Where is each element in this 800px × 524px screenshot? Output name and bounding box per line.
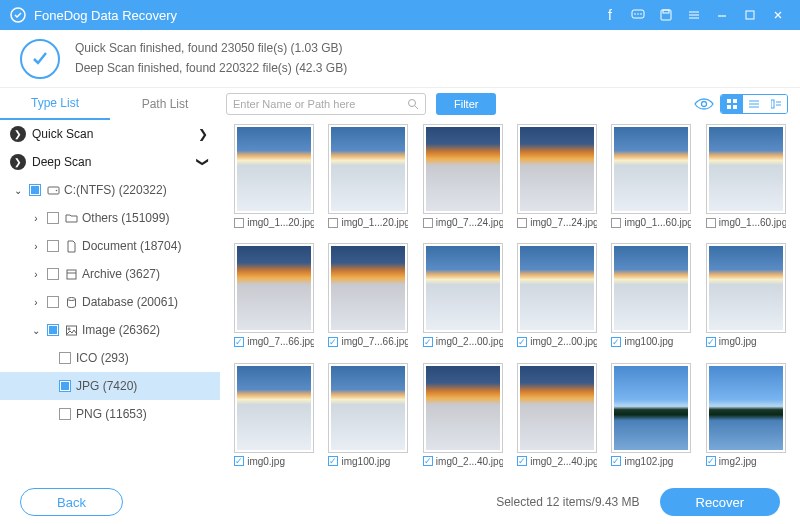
checkbox[interactable] [517, 218, 527, 228]
checkbox[interactable] [47, 324, 59, 336]
checkbox[interactable] [706, 337, 716, 347]
checkbox[interactable] [47, 212, 59, 224]
grid-item[interactable]: img0.jpg [702, 243, 790, 356]
feedback-icon[interactable] [626, 3, 650, 27]
thumbnail[interactable] [423, 363, 503, 453]
filter-button[interactable]: Filter [436, 93, 496, 115]
thumbnail[interactable] [611, 363, 691, 453]
thumbnail[interactable] [234, 243, 314, 333]
selection-info: Selected 12 items/9.43 MB [496, 495, 639, 509]
save-icon[interactable] [654, 3, 678, 27]
checkbox[interactable] [611, 456, 621, 466]
recover-button[interactable]: Recover [660, 488, 780, 516]
checkbox[interactable] [47, 240, 59, 252]
thumbnail[interactable] [706, 363, 786, 453]
grid-item[interactable]: img0_7...24.jpg [513, 124, 601, 237]
grid-item[interactable]: img100.jpg [324, 363, 412, 476]
grid-item[interactable]: img2.jpg [702, 363, 790, 476]
view-list-button[interactable] [743, 95, 765, 113]
preview-icon[interactable] [694, 97, 714, 111]
thumbnail[interactable] [517, 243, 597, 333]
thumbnail[interactable] [234, 363, 314, 453]
file-meta: img0_7...24.jpg [423, 217, 503, 228]
tab-type-list[interactable]: Type List [0, 88, 110, 120]
tree-others[interactable]: › Others (151099) [0, 204, 220, 232]
tab-path-list[interactable]: Path List [110, 88, 220, 120]
checkbox[interactable] [47, 296, 59, 308]
grid-item[interactable]: img0_1...60.jpg [702, 124, 790, 237]
search-icon[interactable] [407, 98, 419, 110]
checkbox[interactable] [59, 408, 71, 420]
tree-document[interactable]: › Document (18704) [0, 232, 220, 260]
thumbnail[interactable] [328, 363, 408, 453]
back-button[interactable]: Back [20, 488, 123, 516]
maximize-icon[interactable] [738, 3, 762, 27]
checkbox[interactable] [234, 337, 244, 347]
grid-item[interactable]: img0.jpg [230, 363, 318, 476]
thumbnail[interactable] [423, 124, 503, 214]
grid-item[interactable]: img0_1...60.jpg [607, 124, 695, 237]
checkbox[interactable] [47, 268, 59, 280]
checkbox[interactable] [423, 456, 433, 466]
checkbox[interactable] [29, 184, 41, 196]
tree-deep-scan[interactable]: ❯ Deep Scan ❯ [0, 148, 220, 176]
checkbox[interactable] [328, 337, 338, 347]
thumbnail[interactable] [234, 124, 314, 214]
checkbox[interactable] [423, 218, 433, 228]
grid-item[interactable]: img0_7...66.jpg [324, 243, 412, 356]
checkbox[interactable] [328, 456, 338, 466]
grid-item[interactable]: img102.jpg [607, 363, 695, 476]
checkbox[interactable] [517, 337, 527, 347]
grid-item[interactable]: img0_7...66.jpg [230, 243, 318, 356]
checkbox[interactable] [517, 456, 527, 466]
tree-jpg[interactable]: JPG (7420) [0, 372, 220, 400]
tree-image[interactable]: ⌄ Image (26362) [0, 316, 220, 344]
svg-rect-19 [733, 105, 737, 109]
grid-item[interactable]: img0_1...20.jpg [230, 124, 318, 237]
file-meta: img0_1...20.jpg [328, 217, 408, 228]
checkbox[interactable] [234, 218, 244, 228]
checkbox[interactable] [59, 352, 71, 364]
thumbnail[interactable] [706, 243, 786, 333]
grid-item[interactable]: img0_2...40.jpg [513, 363, 601, 476]
menu-icon[interactable] [682, 3, 706, 27]
file-meta: img0.jpg [234, 456, 314, 467]
view-grid-button[interactable] [721, 95, 743, 113]
grid-item[interactable]: img0_2...00.jpg [513, 243, 601, 356]
grid-item[interactable]: img0_1...20.jpg [324, 124, 412, 237]
checkbox[interactable] [706, 456, 716, 466]
checkmark-icon [20, 39, 60, 79]
checkbox[interactable] [234, 456, 244, 466]
thumbnail[interactable] [611, 124, 691, 214]
search-input[interactable]: Enter Name or Path here [226, 93, 426, 115]
grid-item[interactable]: img0_7...24.jpg [419, 124, 507, 237]
grid-item[interactable]: img0_2...40.jpg [419, 363, 507, 476]
facebook-icon[interactable]: f [598, 3, 622, 27]
grid-item[interactable]: img0_2...00.jpg [419, 243, 507, 356]
tree-ico[interactable]: ICO (293) [0, 344, 220, 372]
tree-archive[interactable]: › Archive (3627) [0, 260, 220, 288]
tree-png[interactable]: PNG (11653) [0, 400, 220, 428]
checkbox[interactable] [706, 218, 716, 228]
thumbnail[interactable] [706, 124, 786, 214]
thumbnail[interactable] [328, 243, 408, 333]
checkbox[interactable] [611, 218, 621, 228]
checkbox[interactable] [328, 218, 338, 228]
close-icon[interactable] [766, 3, 790, 27]
tree-database[interactable]: › Database (20061) [0, 288, 220, 316]
thumbnail[interactable] [517, 363, 597, 453]
tree-drive[interactable]: ⌄ C:(NTFS) (220322) [0, 176, 220, 204]
checkbox[interactable] [423, 337, 433, 347]
thumbnail[interactable] [328, 124, 408, 214]
checkbox[interactable] [611, 337, 621, 347]
minimize-icon[interactable] [710, 3, 734, 27]
thumbnail[interactable] [611, 243, 691, 333]
file-name: img100.jpg [341, 456, 390, 467]
file-name: img2.jpg [719, 456, 757, 467]
view-detail-button[interactable] [765, 95, 787, 113]
grid-item[interactable]: img100.jpg [607, 243, 695, 356]
checkbox[interactable] [59, 380, 71, 392]
thumbnail[interactable] [423, 243, 503, 333]
thumbnail[interactable] [517, 124, 597, 214]
tree-quick-scan[interactable]: ❯ Quick Scan ❯ [0, 120, 220, 148]
